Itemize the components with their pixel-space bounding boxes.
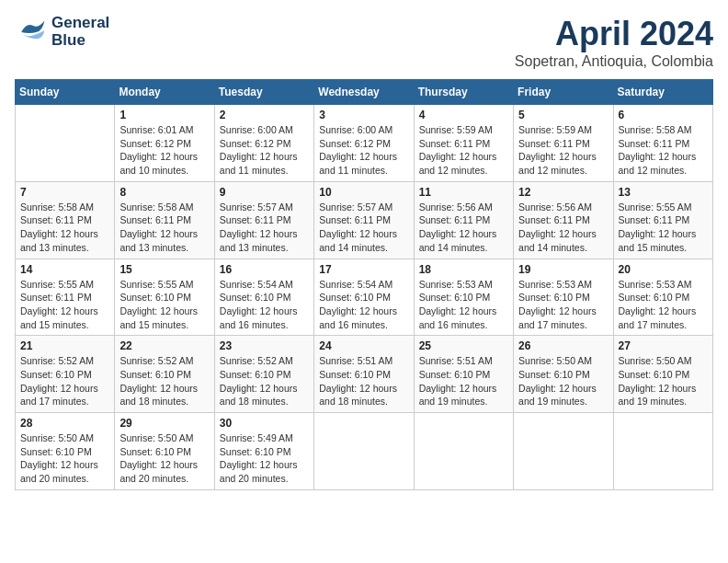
day-number: 15 [119,263,209,276]
calendar-cell: 9Sunrise: 5:57 AMSunset: 6:11 PMDaylight… [214,181,313,259]
logo-icon [15,16,48,49]
day-of-week-header: Monday [115,80,214,105]
day-info: Sunrise: 5:53 AMSunset: 6:10 PMDaylight:… [619,278,708,332]
day-info: Sunrise: 5:50 AMSunset: 6:10 PMDaylight:… [119,431,209,486]
day-info: Sunrise: 5:56 AMSunset: 6:11 PMDaylight:… [419,201,508,255]
day-info: Sunrise: 5:53 AMSunset: 6:10 PMDaylight:… [518,278,608,332]
calendar-cell: 21Sunrise: 5:52 AMSunset: 6:10 PMDayligh… [16,336,115,413]
day-info: Sunrise: 5:59 AMSunset: 6:11 PMDaylight:… [518,123,608,178]
day-number: 13 [619,186,708,199]
day-number: 21 [20,339,109,352]
day-info: Sunrise: 5:50 AMSunset: 6:10 PMDaylight:… [518,354,608,408]
day-number: 11 [419,186,508,199]
day-info: Sunrise: 5:52 AMSunset: 6:10 PMDaylight:… [20,354,109,408]
calendar-cell: 24Sunrise: 5:51 AMSunset: 6:10 PMDayligh… [314,336,414,413]
day-info: Sunrise: 5:49 AMSunset: 6:10 PMDaylight:… [220,431,309,486]
calendar-cell: 23Sunrise: 5:52 AMSunset: 6:10 PMDayligh… [214,336,313,413]
day-info: Sunrise: 5:57 AMSunset: 6:11 PMDaylight:… [220,201,309,255]
calendar-cell: 14Sunrise: 5:55 AMSunset: 6:11 PMDayligh… [16,259,115,336]
day-number: 26 [518,339,608,352]
day-number: 2 [220,109,309,121]
day-info: Sunrise: 5:58 AMSunset: 6:11 PMDaylight:… [119,201,209,255]
day-number: 22 [119,339,209,352]
day-info: Sunrise: 5:58 AMSunset: 6:11 PMDaylight:… [619,123,708,178]
calendar-cell: 25Sunrise: 5:51 AMSunset: 6:10 PMDayligh… [414,336,513,413]
calendar-cell: 30Sunrise: 5:49 AMSunset: 6:10 PMDayligh… [214,413,313,490]
calendar-cell: 19Sunrise: 5:53 AMSunset: 6:10 PMDayligh… [514,259,613,336]
calendar-cell: 20Sunrise: 5:53 AMSunset: 6:10 PMDayligh… [613,259,712,336]
day-number: 20 [619,263,708,276]
calendar-cell: 29Sunrise: 5:50 AMSunset: 6:10 PMDayligh… [115,413,214,490]
day-info: Sunrise: 5:54 AMSunset: 6:10 PMDaylight:… [220,278,309,332]
day-number: 30 [220,417,309,430]
day-number: 8 [119,186,209,199]
day-info: Sunrise: 5:56 AMSunset: 6:11 PMDaylight:… [518,201,608,255]
day-of-week-header: Saturday [613,80,712,105]
day-number: 29 [119,417,209,430]
day-of-week-header: Tuesday [214,80,313,105]
day-number: 4 [419,109,508,121]
calendar-cell [613,413,712,490]
calendar-cell: 12Sunrise: 5:56 AMSunset: 6:11 PMDayligh… [514,181,613,259]
calendar-cell: 18Sunrise: 5:53 AMSunset: 6:10 PMDayligh… [414,259,513,336]
day-info: Sunrise: 5:52 AMSunset: 6:10 PMDaylight:… [220,354,309,408]
day-number: 6 [619,109,708,121]
page-header: General Blue April 2024 Sopetran, Antioq… [15,15,713,70]
calendar-cell: 26Sunrise: 5:50 AMSunset: 6:10 PMDayligh… [514,336,613,413]
day-info: Sunrise: 5:52 AMSunset: 6:10 PMDaylight:… [119,354,209,408]
day-of-week-header: Wednesday [314,80,414,105]
calendar-cell: 2Sunrise: 6:00 AMSunset: 6:12 PMDaylight… [214,105,313,182]
day-number: 24 [319,339,408,352]
day-info: Sunrise: 5:50 AMSunset: 6:10 PMDaylight:… [20,431,109,486]
day-info: Sunrise: 5:51 AMSunset: 6:10 PMDaylight:… [419,354,508,408]
day-number: 10 [319,186,408,199]
calendar-week-row: 28Sunrise: 5:50 AMSunset: 6:10 PMDayligh… [16,413,713,490]
calendar-cell: 8Sunrise: 5:58 AMSunset: 6:11 PMDaylight… [115,181,214,259]
day-number: 28 [20,417,109,430]
calendar-week-row: 21Sunrise: 5:52 AMSunset: 6:10 PMDayligh… [16,336,713,413]
calendar-cell: 22Sunrise: 5:52 AMSunset: 6:10 PMDayligh… [115,336,214,413]
calendar-cell: 4Sunrise: 5:59 AMSunset: 6:11 PMDaylight… [414,105,513,182]
day-number: 14 [20,263,109,276]
day-number: 27 [619,339,708,352]
calendar-cell: 7Sunrise: 5:58 AMSunset: 6:11 PMDaylight… [16,181,115,259]
calendar-week-row: 1Sunrise: 6:01 AMSunset: 6:12 PMDaylight… [16,105,713,182]
calendar-cell [16,105,115,182]
day-info: Sunrise: 6:01 AMSunset: 6:12 PMDaylight:… [119,123,209,178]
day-number: 16 [220,263,309,276]
calendar-cell [314,413,414,490]
day-info: Sunrise: 5:59 AMSunset: 6:11 PMDaylight:… [419,123,508,178]
calendar-cell: 6Sunrise: 5:58 AMSunset: 6:11 PMDaylight… [613,105,712,182]
calendar-cell: 10Sunrise: 5:57 AMSunset: 6:11 PMDayligh… [314,181,414,259]
title-block: April 2024 Sopetran, Antioquia, Colombia [515,15,713,70]
day-number: 3 [319,109,408,121]
calendar-cell: 13Sunrise: 5:55 AMSunset: 6:11 PMDayligh… [613,181,712,259]
calendar-cell: 11Sunrise: 5:56 AMSunset: 6:11 PMDayligh… [414,181,513,259]
day-info: Sunrise: 5:50 AMSunset: 6:10 PMDaylight:… [619,354,708,408]
day-number: 17 [319,263,408,276]
day-of-week-header: Thursday [414,80,513,105]
day-info: Sunrise: 5:57 AMSunset: 6:11 PMDaylight:… [319,201,408,255]
calendar-table: SundayMondayTuesdayWednesdayThursdayFrid… [15,79,713,490]
logo: General Blue [15,15,109,49]
day-of-week-header: Sunday [16,80,115,105]
day-info: Sunrise: 5:58 AMSunset: 6:11 PMDaylight:… [20,201,109,255]
calendar-cell: 3Sunrise: 6:00 AMSunset: 6:12 PMDaylight… [314,105,414,182]
day-info: Sunrise: 5:53 AMSunset: 6:10 PMDaylight:… [419,278,508,332]
day-number: 25 [419,339,508,352]
day-info: Sunrise: 5:55 AMSunset: 6:10 PMDaylight:… [119,278,209,332]
calendar-cell: 5Sunrise: 5:59 AMSunset: 6:11 PMDaylight… [514,105,613,182]
calendar-header-row: SundayMondayTuesdayWednesdayThursdayFrid… [16,80,713,105]
day-number: 7 [20,186,109,199]
calendar-cell [514,413,613,490]
day-info: Sunrise: 5:55 AMSunset: 6:11 PMDaylight:… [20,278,109,332]
calendar-subtitle: Sopetran, Antioquia, Colombia [515,53,713,70]
day-number: 19 [518,263,608,276]
day-number: 1 [119,109,209,121]
calendar-cell: 17Sunrise: 5:54 AMSunset: 6:10 PMDayligh… [314,259,414,336]
day-info: Sunrise: 5:51 AMSunset: 6:10 PMDaylight:… [319,354,408,408]
day-number: 5 [518,109,608,121]
day-number: 12 [518,186,608,199]
day-info: Sunrise: 5:55 AMSunset: 6:11 PMDaylight:… [619,201,708,255]
calendar-cell: 15Sunrise: 5:55 AMSunset: 6:10 PMDayligh… [115,259,214,336]
